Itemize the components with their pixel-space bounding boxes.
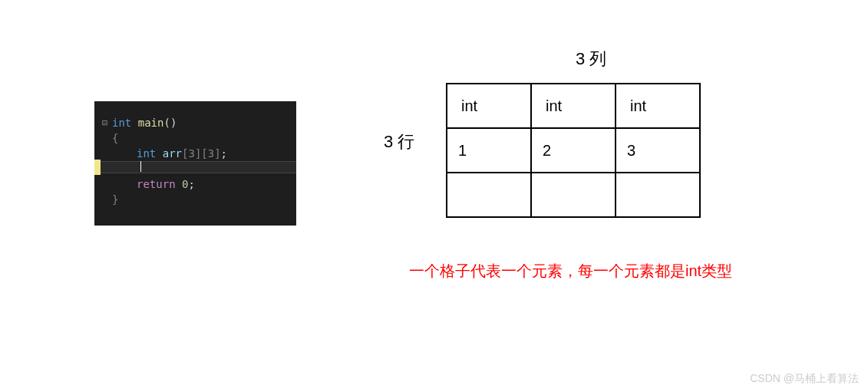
gutter: ⊟ (102, 115, 111, 130)
grid-cell: int (447, 84, 531, 128)
grid-cell: 2 (531, 128, 616, 173)
text-cursor (140, 161, 141, 172)
watermark: CSDN @马桶上看算法 (750, 372, 859, 386)
column-count-label: 3 列 (576, 48, 606, 71)
grid-cell: 1 (447, 128, 531, 173)
array-grid: int int int 1 2 3 (446, 83, 701, 218)
code-line-3: int arr[3][3]; (112, 146, 227, 161)
diagram-caption: 一个格子代表一个元素，每一个元素都是int类型 (409, 261, 732, 282)
grid-cell (447, 173, 531, 217)
code-line-5: return 0; (112, 176, 227, 192)
row-count-label: 3 行 (384, 130, 414, 153)
code-line-1: int main() (112, 115, 227, 130)
grid-row: int int int (447, 84, 700, 128)
code-line-6: } (112, 192, 227, 207)
grid-cell: int (616, 84, 700, 128)
grid-row (447, 173, 700, 217)
code-line-4 (112, 161, 227, 176)
change-marker (94, 160, 101, 175)
grid-cell (531, 173, 616, 217)
grid-cell: int (531, 84, 616, 128)
grid-cell: 3 (616, 128, 700, 173)
grid-row: 1 2 3 (447, 128, 700, 173)
collapse-icon[interactable]: ⊟ (102, 115, 111, 130)
grid-cell (616, 173, 700, 217)
code-editor: ⊟ int main() { int arr[3][3]; return 0; … (94, 101, 296, 226)
code-line-2: { (112, 130, 227, 146)
code-lines: int main() { int arr[3][3]; return 0; } (112, 115, 227, 207)
